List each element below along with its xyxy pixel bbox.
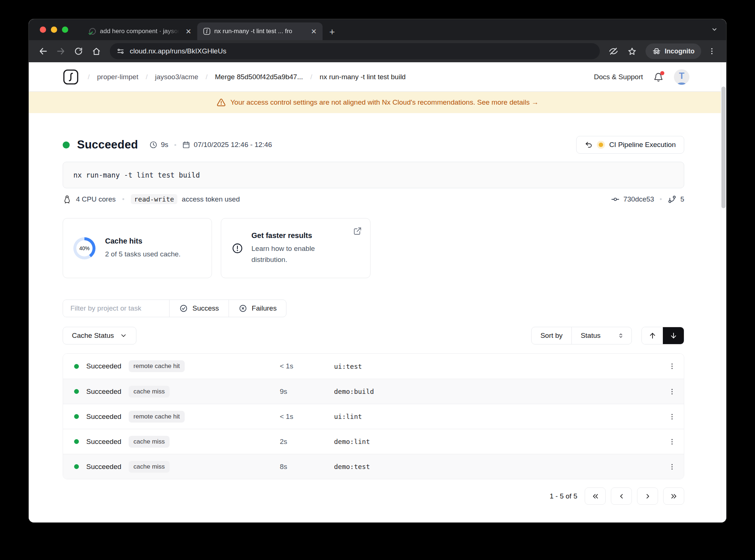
- kebab-menu-icon: [668, 388, 676, 396]
- kebab-menu-icon: [668, 362, 676, 370]
- task-duration: 8s: [280, 463, 334, 471]
- chevron-down-icon: [711, 26, 718, 33]
- previous-page-button[interactable]: [611, 487, 632, 505]
- sort-field-select[interactable]: Status: [571, 327, 632, 344]
- scrollbar-thumb[interactable]: [721, 87, 726, 208]
- nx-cloud-logo-icon[interactable]: [63, 69, 79, 85]
- row-menu-button[interactable]: [660, 362, 684, 370]
- last-page-button[interactable]: [663, 487, 684, 505]
- task-name[interactable]: demo:build: [334, 388, 660, 395]
- incognito-badge[interactable]: Incognito: [646, 43, 701, 59]
- clock-icon: [149, 141, 157, 149]
- sort-ascending-button[interactable]: [642, 327, 663, 344]
- filter-failures-label: Failures: [252, 304, 277, 312]
- tab-search-button[interactable]: [709, 24, 720, 35]
- home-button[interactable]: [88, 43, 104, 59]
- task-name[interactable]: demo:test: [334, 463, 660, 470]
- url-text[interactable]: cloud.nx.app/runs/BkIXGHleUs: [130, 47, 226, 55]
- breadcrumb-separator: /: [206, 73, 208, 81]
- notifications-button[interactable]: [653, 72, 664, 82]
- calendar-icon: [182, 141, 190, 149]
- run-command: nx run-many -t lint test build: [73, 171, 200, 179]
- task-status: Succeeded: [86, 413, 121, 421]
- sort-descending-button[interactable]: [663, 327, 684, 344]
- page-scrollbar[interactable]: [721, 62, 726, 522]
- new-tab-button[interactable]: +: [329, 27, 335, 36]
- task-name[interactable]: ui:test: [334, 363, 660, 370]
- kebab-menu-icon: [668, 413, 676, 421]
- avatar-initial: T: [674, 71, 689, 81]
- table-row[interactable]: Succeeded cache miss 2s demo:lint: [63, 429, 684, 454]
- close-window-button[interactable]: [40, 27, 46, 33]
- table-row[interactable]: Succeeded cache miss 9s demo:build: [63, 379, 684, 404]
- task-status: Succeeded: [86, 438, 121, 446]
- minimize-window-button[interactable]: [51, 27, 57, 33]
- password-eye-off-icon[interactable]: [606, 43, 621, 59]
- row-menu-button[interactable]: [660, 438, 684, 446]
- filter-failures-button[interactable]: Failures: [229, 300, 286, 317]
- task-status-dot: [74, 389, 79, 394]
- chevron-right-icon: [644, 492, 652, 500]
- external-link-icon[interactable]: [353, 227, 362, 235]
- task-status: Succeeded: [86, 362, 121, 370]
- banner-message[interactable]: Your access control settings are not ali…: [230, 98, 539, 106]
- task-filter-input[interactable]: [63, 300, 169, 317]
- bookmark-star-icon[interactable]: [624, 43, 640, 59]
- access-control-banner[interactable]: Your access control settings are not ali…: [29, 92, 726, 113]
- docs-support-link[interactable]: Docs & Support: [594, 73, 643, 81]
- row-menu-button[interactable]: [660, 388, 684, 396]
- arrow-down-icon: [669, 332, 678, 340]
- chevron-left-icon: [617, 492, 626, 500]
- pipeline-label: CI Pipeline Execution: [609, 141, 676, 149]
- breadcrumb-workspace[interactable]: proper-limpet: [97, 73, 138, 81]
- row-menu-button[interactable]: [660, 463, 684, 471]
- task-name[interactable]: ui:lint: [334, 413, 660, 420]
- first-page-button[interactable]: [585, 487, 606, 505]
- browser-menu-icon[interactable]: [704, 43, 720, 59]
- site-settings-icon[interactable]: [116, 47, 125, 55]
- tab-close-icon[interactable]: ✕: [185, 27, 192, 36]
- cache-hits-card: 40% Cache hits 2 of 5 tasks used cache.: [63, 218, 212, 278]
- tab-strip: add hero component · jaysoo ✕ nx run-man…: [29, 19, 726, 40]
- breadcrumb-cipe[interactable]: Merge 85d500f42d5a9b47...: [215, 73, 303, 81]
- reload-button[interactable]: [71, 43, 86, 59]
- branch-count[interactable]: 5: [680, 195, 684, 203]
- tab-add-hero-component[interactable]: add hero component · jaysoo ✕: [83, 22, 197, 40]
- task-name[interactable]: demo:lint: [334, 438, 660, 445]
- task-status: Succeeded: [86, 463, 121, 471]
- task-duration: 9s: [280, 388, 334, 396]
- forward-button[interactable]: [53, 43, 69, 59]
- url-bar[interactable]: cloud.nx.app/runs/BkIXGHleUs: [110, 43, 600, 59]
- nx-cloud-favicon-icon: [203, 28, 211, 35]
- tab-nx-run[interactable]: nx run-many -t lint test ... fro ✕: [197, 22, 323, 40]
- nx-cloud-page: / proper-limpet / jaysoo3/acme / Merge 8…: [29, 62, 726, 522]
- table-row[interactable]: Succeeded remote cache hit < 1s ui:test: [63, 354, 684, 379]
- tab-close-icon[interactable]: ✕: [310, 27, 317, 36]
- kebab-menu-icon: [668, 463, 676, 471]
- cache-status-dropdown[interactable]: Cache Status: [63, 327, 136, 344]
- row-menu-button[interactable]: [660, 413, 684, 421]
- kebab-menu-icon: [668, 438, 676, 446]
- cache-status-badge: remote cache hit: [129, 411, 185, 423]
- user-avatar[interactable]: T: [674, 69, 689, 85]
- filter-success-button[interactable]: Success: [169, 300, 229, 317]
- get-faster-results-card[interactable]: Get faster results Learn how to enable d…: [221, 218, 370, 278]
- warning-icon: [216, 98, 226, 107]
- cpu-cores: 4 CPU cores: [76, 195, 116, 203]
- incognito-label: Incognito: [665, 48, 695, 55]
- ci-pipeline-execution-button[interactable]: CI Pipeline Execution: [576, 136, 684, 154]
- faster-results-subtitle: Learn how to enable distribution.: [251, 243, 340, 265]
- breadcrumb: / proper-limpet / jaysoo3/acme / Merge 8…: [63, 69, 406, 85]
- run-status-row: Succeeded 9s 07/10/2025 12:46 - 12:46 CI…: [63, 136, 684, 154]
- zoom-window-button[interactable]: [62, 27, 68, 33]
- next-page-button[interactable]: [637, 487, 658, 505]
- tab-title: nx run-many -t lint test ... fro: [214, 28, 306, 35]
- run-command-box: nx run-many -t lint test build: [63, 162, 684, 188]
- commit-sha[interactable]: 730dce53: [623, 195, 654, 203]
- back-button[interactable]: [35, 43, 51, 59]
- table-row[interactable]: Succeeded remote cache hit < 1s ui:lint: [63, 404, 684, 429]
- table-row[interactable]: Succeeded cache miss 8s demo:test: [63, 454, 684, 479]
- breadcrumb-repo[interactable]: jaysoo3/acme: [155, 73, 198, 81]
- run-meta-row: 4 CPU cores read-write access token used…: [63, 194, 684, 204]
- breadcrumb-separator: /: [310, 73, 312, 81]
